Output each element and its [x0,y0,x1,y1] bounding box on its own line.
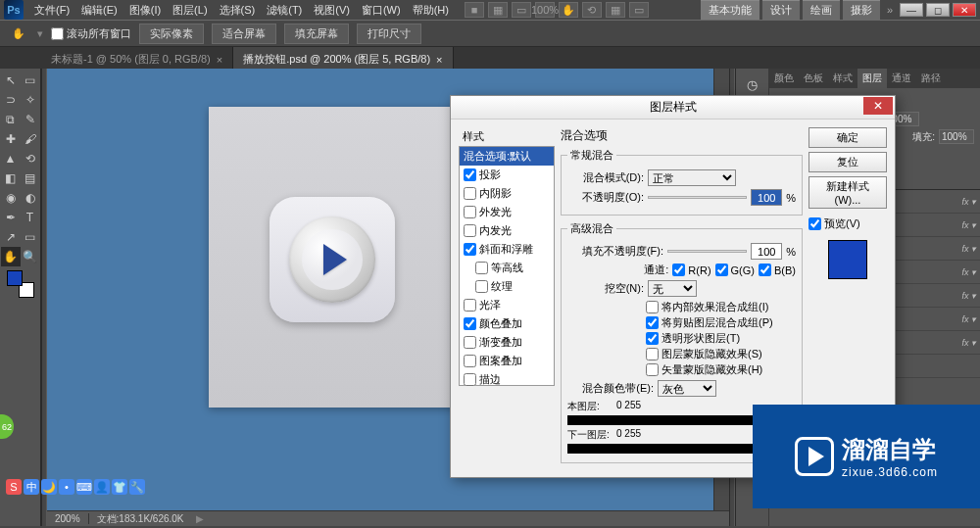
doc-tab-2[interactable]: 播放按钮.psd @ 200% (图层 5, RGB/8)× [233,47,453,69]
adv-check[interactable]: 图层蒙版隐藏效果(S) [646,347,796,361]
menu-file[interactable]: 文件(F) [28,1,75,20]
knockout-select[interactable]: 无 [648,280,697,297]
tab-paths[interactable]: 路径 [916,69,946,88]
wand-tool[interactable]: ✧ [21,90,40,110]
stamp-tool[interactable]: ▲ [1,149,21,168]
hand-tool[interactable]: ✋ [1,247,21,266]
style-item[interactable]: 外发光 [460,203,554,221]
close-icon[interactable]: × [436,54,442,66]
ch-g[interactable]: G(G) [715,264,755,276]
adv-check[interactable]: 将剪贴图层混合成组(P) [646,315,796,330]
tab-swatch[interactable]: 色板 [799,69,828,88]
menu-edit[interactable]: 编辑(E) [75,1,123,20]
style-item[interactable]: 混合选项:默认 [460,147,554,166]
ime-skin-icon[interactable]: 👕 [112,479,127,495]
workspace-photo[interactable]: 摄影 [843,0,880,20]
fill-field[interactable] [939,129,974,144]
history-icon[interactable]: ◷ [742,74,763,94]
brush-tool[interactable]: 🖌 [21,129,40,149]
style-item[interactable]: 等高线 [460,259,554,277]
dialog-title-bar[interactable]: 图层样式 ✕ [451,96,895,120]
crop-tool[interactable]: ⧉ [1,110,21,129]
fx-badge[interactable]: fx ▾ [961,197,976,207]
info-menu-icon[interactable]: ▶ [196,513,204,524]
gradient-tool[interactable]: ▤ [21,168,40,188]
fill-opacity-slider[interactable] [667,250,747,253]
ime-moon-icon[interactable]: 🌙 [41,479,57,495]
fx-badge[interactable]: fx ▾ [961,291,976,301]
close-icon[interactable]: × [217,54,222,66]
adv-check[interactable]: 矢量蒙版隐藏效果(H) [646,362,796,377]
blend-if-select[interactable]: 灰色 [658,380,716,397]
window-min-button[interactable]: — [900,3,923,17]
adv-check[interactable]: 将内部效果混合成组(I) [646,300,796,314]
fx-badge[interactable]: fx ▾ [961,244,976,254]
workspace-paint[interactable]: 绘画 [803,0,840,20]
adv-check[interactable]: 透明形状图层(T) [646,331,796,346]
tab-styles[interactable]: 样式 [828,69,858,88]
marquee-tool[interactable]: ▭ [21,71,40,90]
zoom-tool[interactable]: 🔍 [21,247,40,266]
doc-tab-1[interactable]: 未标题-1 @ 50% (图层 0, RGB/8)× [41,47,233,69]
pen-tool[interactable]: ✒ [1,208,21,227]
ime-tool-icon[interactable]: 🔧 [129,479,145,495]
opacity-slider[interactable] [648,196,747,199]
workspace-essentials[interactable]: 基本功能 [701,0,760,20]
window-close-button[interactable]: ✕ [953,3,976,17]
launch-mini-bridge-icon[interactable]: ▦ [488,2,508,18]
ime-kbd-icon[interactable]: ⌨ [76,479,92,495]
fit-screen-button[interactable]: 适合屏幕 [212,24,276,44]
type-tool[interactable]: T [21,208,40,227]
dodge-tool[interactable]: ◐ [21,188,40,208]
zoom-field[interactable]: 200% [47,513,89,524]
style-item[interactable]: 纹理 [460,277,554,296]
lasso-tool[interactable]: ⊃ [1,90,21,110]
menu-image[interactable]: 图像(I) [123,1,167,20]
view-extras-icon[interactable]: ▭ [512,2,531,18]
tab-color[interactable]: 颜色 [769,69,799,88]
ok-button[interactable]: 确定 [808,127,887,148]
style-item[interactable]: 颜色叠加 [460,314,554,333]
menu-select[interactable]: 选择(S) [214,1,262,20]
doc-info[interactable]: 文档:183.1K/626.0K [89,512,192,526]
blur-tool[interactable]: ◉ [1,188,21,208]
ch-r[interactable]: R(R) [672,264,710,276]
history-brush-tool[interactable]: ⟲ [21,149,40,168]
zoom-level[interactable]: 100% [535,2,555,18]
style-item[interactable]: 图案叠加 [460,352,554,370]
fx-badge[interactable]: fx ▾ [961,338,976,348]
menu-window[interactable]: 窗口(W) [356,1,407,20]
window-max-button[interactable]: ◻ [926,3,950,17]
tab-channels[interactable]: 通道 [887,69,916,88]
color-picker[interactable] [7,270,34,298]
fg-color[interactable] [7,270,23,286]
ime-cn[interactable]: 中 [24,479,39,495]
fill-screen-button[interactable]: 填充屏幕 [284,24,349,44]
style-item[interactable]: 光泽 [460,296,554,314]
screen-mode-icon[interactable]: ▭ [629,2,649,18]
shape-tool[interactable]: ▭ [21,227,40,247]
actual-pixels-button[interactable]: 实际像素 [139,24,204,44]
new-style-button[interactable]: 新建样式(W)... [808,176,887,209]
ch-b[interactable]: B(B) [759,264,796,276]
style-item[interactable]: 斜面和浮雕 [460,240,554,259]
style-item[interactable]: 描边 [460,370,554,389]
style-item[interactable]: 内阴影 [460,184,554,203]
arrange-icon[interactable]: ▦ [606,2,625,18]
rotate-icon[interactable]: ⟲ [582,2,602,18]
blend-mode-select[interactable]: 正常 [648,169,736,186]
tab-layers[interactable]: 图层 [858,69,887,88]
eyedropper-tool[interactable]: ✎ [21,110,40,129]
workspace-design[interactable]: 设计 [762,0,800,20]
heal-tool[interactable]: ✚ [1,129,21,149]
launch-bridge-icon[interactable]: ■ [465,2,484,18]
fx-badge[interactable]: fx ▾ [961,267,976,277]
fill-opacity-input[interactable] [751,243,782,260]
move-tool[interactable]: ↖ [1,71,21,90]
workspace-more-icon[interactable]: » [887,4,893,16]
menu-help[interactable]: 帮助(H) [407,1,455,20]
print-size-button[interactable]: 打印尺寸 [357,24,421,44]
style-item[interactable]: 投影 [460,166,554,184]
menu-filter[interactable]: 滤镜(T) [261,1,308,20]
ime-user-icon[interactable]: 👤 [94,479,110,495]
